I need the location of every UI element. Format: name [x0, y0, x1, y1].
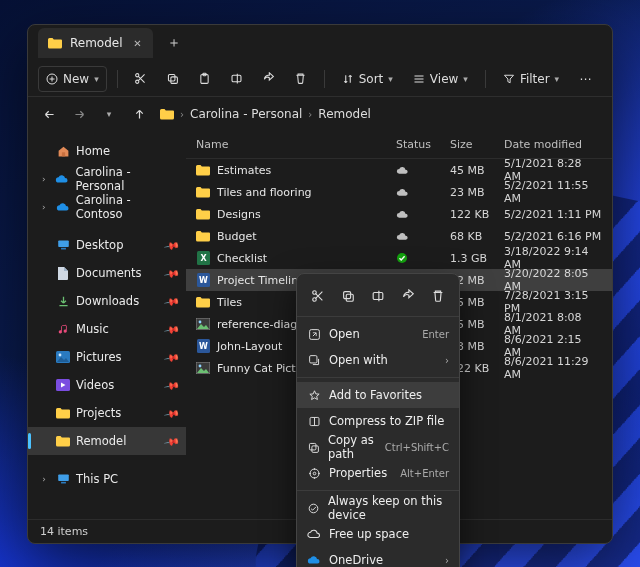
- ctx-label: Add to Favorites: [329, 388, 422, 402]
- keep-icon: [307, 501, 320, 515]
- breadcrumb-segment[interactable]: Remodel: [318, 107, 371, 121]
- cut-button[interactable]: [128, 66, 154, 92]
- svg-point-21: [199, 321, 202, 324]
- chevron-right-icon: ›: [180, 109, 184, 120]
- col-status[interactable]: Status: [396, 138, 450, 151]
- delete-button[interactable]: [288, 66, 314, 92]
- sidebar-item-home[interactable]: Home: [28, 137, 186, 165]
- ctx-copy-button[interactable]: [336, 284, 360, 308]
- ctx-share-button[interactable]: [396, 284, 420, 308]
- table-row[interactable]: Estimates45 MB5/1/2021 8:28 AM: [186, 159, 612, 181]
- sidebar-item-label: This PC: [76, 472, 118, 486]
- sidebar-item-music[interactable]: Music📌: [28, 315, 186, 343]
- ctx-properties[interactable]: Properties Alt+Enter: [297, 460, 459, 486]
- ctx-label: OneDrive: [329, 553, 383, 567]
- more-button[interactable]: ⋯: [572, 66, 598, 92]
- sidebar-item-downloads[interactable]: Downloads📌: [28, 287, 186, 315]
- chevron-down-icon: ▾: [555, 74, 560, 84]
- svg-rect-29: [346, 294, 353, 301]
- copy-path-icon: [307, 440, 320, 454]
- expand-icon[interactable]: ›: [38, 202, 50, 212]
- ctx-copy-as-path[interactable]: Copy as path Ctrl+Shift+C: [297, 434, 459, 460]
- svg-text:X: X: [200, 254, 207, 263]
- sidebar-item-label: Carolina - Contoso: [76, 193, 178, 221]
- music-icon: [56, 322, 70, 336]
- breadcrumb[interactable]: › Carolina - Personal › Remodel: [160, 107, 371, 121]
- col-size[interactable]: Size: [450, 138, 504, 151]
- sidebar-item-pictures[interactable]: Pictures📌: [28, 343, 186, 371]
- sidebar-item-onedrive-personal[interactable]: › Carolina - Personal: [28, 165, 186, 193]
- status-cell: [396, 252, 450, 264]
- filter-button[interactable]: Filter ▾: [496, 66, 566, 92]
- folder-icon: [48, 36, 62, 50]
- file-name: Project Timeline: [217, 274, 305, 287]
- tab-remodel[interactable]: Remodel ✕: [38, 28, 153, 58]
- folder-icon: [196, 295, 210, 309]
- rename-button[interactable]: [224, 66, 250, 92]
- sidebar-item-videos[interactable]: Videos📌: [28, 371, 186, 399]
- ctx-cut-button[interactable]: [306, 284, 330, 308]
- table-row[interactable]: Tiles and flooring23 MB5/2/2021 11:55 AM: [186, 181, 612, 203]
- sidebar-item-label: Documents: [76, 266, 142, 280]
- view-button[interactable]: View ▾: [406, 66, 475, 92]
- ctx-onedrive[interactable]: OneDrive ›: [297, 547, 459, 567]
- sidebar-item-desktop[interactable]: Desktop📌: [28, 231, 186, 259]
- sidebar-item-label: Pictures: [76, 350, 122, 364]
- recent-dropdown[interactable]: ▾: [96, 101, 122, 127]
- column-headers[interactable]: Name Status Size Date modified: [186, 131, 612, 159]
- table-row[interactable]: Budget68 KB5/2/2021 6:16 PM: [186, 225, 612, 247]
- sidebar-item-label: Videos: [76, 378, 114, 392]
- col-name[interactable]: Name: [186, 138, 396, 151]
- breadcrumb-segment[interactable]: Carolina - Personal: [190, 107, 302, 121]
- file-explorer-window: Remodel ✕ ＋ New ▾ Sort ▾ View ▾: [27, 24, 613, 544]
- sidebar-item-remodel[interactable]: Remodel📌: [28, 427, 186, 455]
- ctx-add-to-favorites[interactable]: Add to Favorites: [297, 382, 459, 408]
- svg-rect-35: [312, 445, 319, 452]
- pin-icon: 📌: [164, 377, 180, 393]
- expand-icon[interactable]: ›: [38, 174, 49, 184]
- new-label: New: [63, 72, 89, 86]
- rename-icon: [230, 72, 243, 85]
- file-name: Estimates: [217, 164, 271, 177]
- ctx-rename-button[interactable]: [366, 284, 390, 308]
- sidebar-item-projects[interactable]: Projects📌: [28, 399, 186, 427]
- ctx-always-keep[interactable]: Always keep on this device: [297, 495, 459, 521]
- svg-point-25: [199, 365, 202, 368]
- nav-bar: ▾ › Carolina - Personal › Remodel: [28, 97, 612, 131]
- svg-point-1: [136, 74, 139, 77]
- col-date[interactable]: Date modified: [504, 138, 612, 151]
- share-button[interactable]: [256, 66, 282, 92]
- word-icon: W: [196, 339, 210, 353]
- ctx-shortcut: Alt+Enter: [400, 468, 449, 479]
- sidebar-item-documents[interactable]: Documents📌: [28, 259, 186, 287]
- sidebar-item-label: Downloads: [76, 294, 139, 308]
- pc-icon: [56, 472, 70, 486]
- ctx-delete-button[interactable]: [426, 284, 450, 308]
- sidebar-item-onedrive-contoso[interactable]: › Carolina - Contoso: [28, 193, 186, 221]
- new-button[interactable]: New ▾: [38, 66, 107, 92]
- forward-button[interactable]: [66, 101, 92, 127]
- ctx-open[interactable]: Open Enter: [297, 321, 459, 347]
- folder-icon: [196, 163, 210, 177]
- table-row[interactable]: XChecklist1.3 GB3/18/2022 9:14 AM: [186, 247, 612, 269]
- onedrive-icon: [307, 553, 321, 567]
- ctx-open-with[interactable]: Open with ›: [297, 347, 459, 373]
- chevron-right-icon: ›: [445, 355, 449, 366]
- new-tab-button[interactable]: ＋: [161, 30, 187, 56]
- sort-button[interactable]: Sort ▾: [335, 66, 400, 92]
- back-button[interactable]: [36, 101, 62, 127]
- tab-close-icon[interactable]: ✕: [131, 36, 145, 50]
- expand-icon[interactable]: ›: [38, 474, 50, 484]
- ctx-free-up-space[interactable]: Free up space: [297, 521, 459, 547]
- svg-point-2: [136, 80, 139, 83]
- sidebar-item-this-pc[interactable]: › This PC: [28, 465, 186, 493]
- ctx-compress-zip[interactable]: Compress to ZIP file: [297, 408, 459, 434]
- date-cell: 5/2/2021 6:16 PM: [504, 230, 612, 243]
- pin-icon: 📌: [164, 237, 180, 253]
- paste-button[interactable]: [192, 66, 218, 92]
- file-name: Designs: [217, 208, 261, 221]
- separator: [297, 490, 459, 491]
- up-button[interactable]: [126, 101, 152, 127]
- table-row[interactable]: Designs122 KB5/2/2021 1:11 PM: [186, 203, 612, 225]
- copy-button[interactable]: [160, 66, 186, 92]
